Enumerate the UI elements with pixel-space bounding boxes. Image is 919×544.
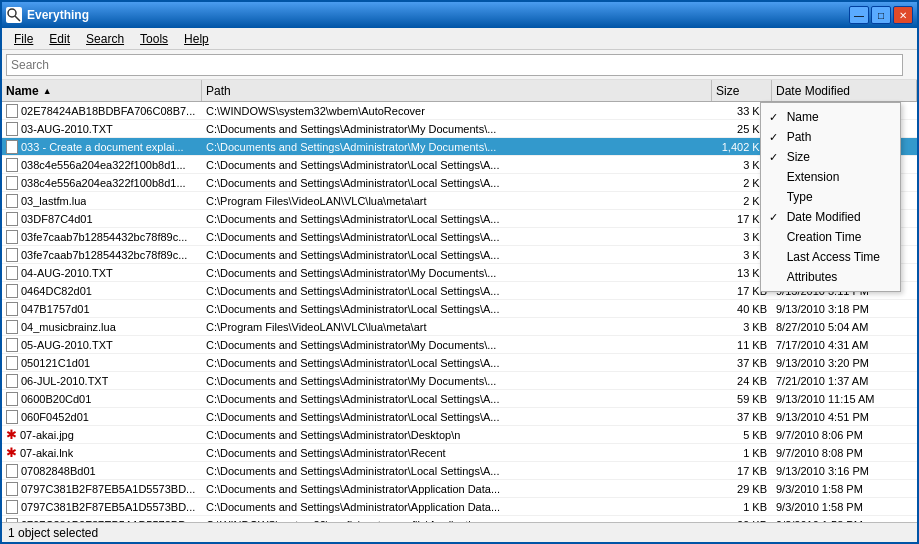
cell-path: C:\Documents and Settings\Administrator\…	[202, 156, 712, 173]
menu-item-edit[interactable]: Edit	[41, 30, 78, 48]
cell-path: C:\Program Files\VideoLAN\VLC\lua\meta\a…	[202, 192, 712, 209]
table-row[interactable]: 0600B20Cd01C:\Documents and Settings\Adm…	[2, 390, 917, 408]
cell-path: C:\Documents and Settings\Administrator\…	[202, 498, 712, 515]
table-row[interactable]: 060F0452d01C:\Documents and Settings\Adm…	[2, 408, 917, 426]
app-icon	[6, 7, 22, 23]
cell-path: C:\Program Files\VideoLAN\VLC\lua\meta\a…	[202, 318, 712, 335]
table-row[interactable]: ✱07-akai.jpgC:\Documents and Settings\Ad…	[2, 426, 917, 444]
dropdown-item-name[interactable]: ✓Name	[761, 107, 900, 127]
cell-path: C:\Documents and Settings\Administrator\…	[202, 390, 712, 407]
file-icon-generic	[6, 302, 18, 316]
status-bar: 1 object selected	[2, 522, 917, 542]
cell-name: 06-JUL-2010.TXT	[2, 372, 202, 389]
dropdown-item-label: Date Modified	[787, 210, 861, 224]
column-header-size[interactable]: Size	[712, 80, 772, 101]
dropdown-item-path[interactable]: ✓Path	[761, 127, 900, 147]
cell-size: 1 KB	[712, 444, 772, 461]
file-icon-generic	[6, 122, 18, 136]
file-name-text: 03fe7caab7b12854432bc78f89c...	[21, 231, 187, 243]
cell-path: C:\Documents and Settings\Administrator\…	[202, 228, 712, 245]
cell-size: 37 KB	[712, 408, 772, 425]
file-icon-generic	[6, 248, 18, 262]
cell-path: C:\Documents and Settings\Administrator\…	[202, 372, 712, 389]
cell-date: 9/3/2010 1:58 PM	[772, 516, 917, 522]
cell-name: 060F0452d01	[2, 408, 202, 425]
file-name-text: 0600B20Cd01	[21, 393, 91, 405]
dropdown-item-last-access-time[interactable]: Last Access Time	[761, 247, 900, 267]
table-row[interactable]: 07082848Bd01C:\Documents and Settings\Ad…	[2, 462, 917, 480]
menu-item-search[interactable]: Search	[78, 30, 132, 48]
svg-line-1	[15, 16, 20, 21]
cell-name: 038c4e556a204ea322f100b8d1...	[2, 174, 202, 191]
dropdown-item-size[interactable]: ✓Size	[761, 147, 900, 167]
file-icon-generic	[6, 140, 18, 154]
table-row[interactable]: 0797C381B2F87EB5A1D5573BD...C:\Documents…	[2, 480, 917, 498]
cell-name: 03-AUG-2010.TXT	[2, 120, 202, 137]
menu-item-tools[interactable]: Tools	[132, 30, 176, 48]
menu-bar: FileEditSearchToolsHelp	[2, 28, 917, 50]
cell-path: C:\Documents and Settings\Administrator\…	[202, 426, 712, 443]
cell-size: 37 KB	[712, 354, 772, 371]
table-row[interactable]: ✱07-akai.lnkC:\Documents and Settings\Ad…	[2, 444, 917, 462]
file-icon-generic	[6, 338, 18, 352]
cell-path: C:\Documents and Settings\Administrator\…	[202, 300, 712, 317]
search-input[interactable]	[6, 54, 903, 76]
file-name-text: 03_lastfm.lua	[21, 195, 86, 207]
table-row[interactable]: 047B1757d01C:\Documents and Settings\Adm…	[2, 300, 917, 318]
cell-size: 5 KB	[712, 426, 772, 443]
cell-size: 17 KB	[712, 462, 772, 479]
maximize-button[interactable]: □	[871, 6, 891, 24]
column-header-name[interactable]: Name ▲	[2, 80, 202, 101]
file-icon-generic	[6, 284, 18, 298]
cell-name: 04-AUG-2010.TXT	[2, 264, 202, 281]
file-icon-generic	[6, 500, 18, 514]
dropdown-item-creation-time[interactable]: Creation Time	[761, 227, 900, 247]
cell-name: 0797C381B2F87EB5A1D5573BD...	[2, 498, 202, 515]
dropdown-item-type[interactable]: Type	[761, 187, 900, 207]
cell-date: 8/27/2010 5:04 AM	[772, 318, 917, 335]
menu-item-file[interactable]: File	[6, 30, 41, 48]
dropdown-item-extension[interactable]: Extension	[761, 167, 900, 187]
cell-path: C:\Documents and Settings\Administrator\…	[202, 444, 712, 461]
table-row[interactable]: 0797C381B2F87EB5A1D5573BD...C:\WINDOWS\s…	[2, 516, 917, 522]
dropdown-item-label: Attributes	[787, 270, 838, 284]
table-row[interactable]: 06-JUL-2010.TXTC:\Documents and Settings…	[2, 372, 917, 390]
svg-point-0	[8, 9, 16, 17]
file-icon-generic	[6, 374, 18, 388]
cell-path: C:\Documents and Settings\Administrator\…	[202, 480, 712, 497]
cell-path: C:\WINDOWS\system32\wbem\AutoRecover	[202, 102, 712, 119]
file-icon-red: ✱	[6, 427, 17, 442]
file-name-text: 0464DC82d01	[21, 285, 92, 297]
menu-item-help[interactable]: Help	[176, 30, 217, 48]
table-row[interactable]: 05-AUG-2010.TXTC:\Documents and Settings…	[2, 336, 917, 354]
cell-path: C:\Documents and Settings\Administrator\…	[202, 354, 712, 371]
cell-date: 9/13/2010 3:16 PM	[772, 462, 917, 479]
table-row[interactable]: 04_musicbrainz.luaC:\Program Files\Video…	[2, 318, 917, 336]
file-icon-generic	[6, 356, 18, 370]
cell-name: 050121C1d01	[2, 354, 202, 371]
cell-path: C:\Documents and Settings\Administrator\…	[202, 246, 712, 263]
file-name-text: 03fe7caab7b12854432bc78f89c...	[21, 249, 187, 261]
close-button[interactable]: ✕	[893, 6, 913, 24]
minimize-button[interactable]: —	[849, 6, 869, 24]
cell-path: C:\Documents and Settings\Administrator\…	[202, 210, 712, 227]
file-name-text: 038c4e556a204ea322f100b8d1...	[21, 177, 186, 189]
table-row[interactable]: 050121C1d01C:\Documents and Settings\Adm…	[2, 354, 917, 372]
dropdown-item-attributes[interactable]: Attributes	[761, 267, 900, 287]
toolbar	[2, 50, 917, 80]
table-row[interactable]: 0797C381B2F87EB5A1D5573BD...C:\Documents…	[2, 498, 917, 516]
dropdown-item-date-modified[interactable]: ✓Date Modified	[761, 207, 900, 227]
file-name-text: 07-akai.lnk	[20, 447, 73, 459]
file-name-text: 07082848Bd01	[21, 465, 96, 477]
file-icon-generic	[6, 410, 18, 424]
column-header-path[interactable]: Path	[202, 80, 712, 101]
file-icon-generic	[6, 158, 18, 172]
cell-name: 03fe7caab7b12854432bc78f89c...	[2, 228, 202, 245]
column-header-date[interactable]: Date Modified	[772, 80, 917, 101]
file-name-text: 04_musicbrainz.lua	[21, 321, 116, 333]
cell-path: C:\Documents and Settings\Administrator\…	[202, 138, 712, 155]
file-name-text: 02E78424AB18BDBFA706C08B7...	[21, 105, 195, 117]
cell-name: ✱07-akai.lnk	[2, 444, 202, 461]
file-icon-generic	[6, 464, 18, 478]
file-icon-generic	[6, 518, 18, 523]
